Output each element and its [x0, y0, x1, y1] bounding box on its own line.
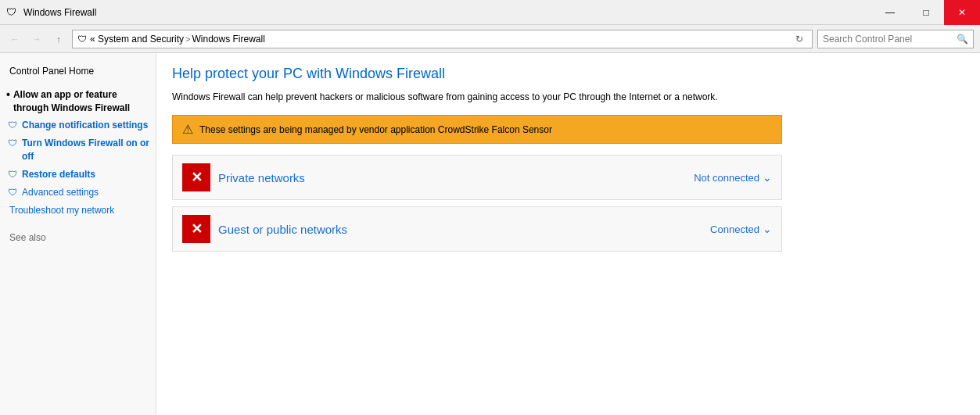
network-x-icon-0: ✕ [191, 169, 203, 186]
sidebar: Control Panel Home • Allow an app or fea… [0, 53, 156, 415]
network-name-1: Guest or public networks [218, 223, 702, 236]
warning-text: These settings are being managed by vend… [199, 124, 552, 135]
main-container: Control Panel Home • Allow an app or fea… [0, 53, 980, 415]
sidebar-change-notif[interactable]: 🛡 Change notification settings [6, 119, 149, 132]
titlebar: 🛡 Windows Firewall — □ ✕ [0, 0, 980, 25]
warning-icon: ⚠ [182, 122, 193, 137]
allow-app-bullet: • Allow an app or feature through Window… [6, 88, 149, 115]
network-x-icon-1: ✕ [191, 220, 203, 238]
network-header-1[interactable]: ✕ Guest or public networks Connected ⌄ [173, 207, 781, 251]
shield-icon-onoff: 🛡 [6, 137, 19, 149]
network-section-1[interactable]: ✕ Guest or public networks Connected ⌄ [172, 206, 782, 252]
refresh-button[interactable]: ↻ [792, 31, 807, 47]
network-status-1: Connected ⌄ [710, 223, 772, 235]
chevron-icon-0: ⌄ [763, 171, 772, 184]
window-title: Windows Firewall [23, 7, 96, 18]
network-status-0: Not connected ⌄ [694, 171, 772, 184]
restore-defaults-label: Restore defaults [22, 168, 95, 181]
search-input[interactable] [823, 34, 953, 45]
breadcrumb2: Windows Firewall [192, 34, 265, 45]
page-title: Help protect your PC with Windows Firewa… [172, 66, 964, 82]
content-area: Help protect your PC with Windows Firewa… [156, 53, 980, 415]
address-path: « System and Security > Windows Firewall [90, 34, 788, 45]
network-header-0[interactable]: ✕ Private networks Not connected ⌄ [173, 156, 781, 199]
chevron-icon-1: ⌄ [763, 223, 772, 235]
path-separator: > [185, 34, 190, 44]
search-box[interactable]: 🔍 [817, 30, 974, 48]
path-icon: 🛡 [77, 34, 87, 45]
network-red-box-0: ✕ [182, 163, 210, 191]
turn-on-off-label: Turn Windows Firewall on or off [22, 137, 149, 163]
forward-button[interactable]: → [28, 30, 45, 48]
content-description: Windows Firewall can help prevent hacker… [172, 90, 766, 104]
close-button[interactable]: ✕ [944, 0, 980, 25]
advanced-settings-label: Advanced settings [22, 186, 99, 199]
network-section-0[interactable]: ✕ Private networks Not connected ⌄ [172, 155, 782, 200]
back-button[interactable]: ← [6, 30, 23, 48]
allow-app-label: Allow an app or feature through Windows … [13, 88, 149, 115]
see-also-label: See also [6, 229, 149, 247]
sidebar-allow-app[interactable]: • Allow an app or feature through Window… [6, 88, 149, 115]
change-notif-label: Change notification settings [22, 119, 148, 132]
shield-icon-restore: 🛡 [6, 168, 19, 181]
sidebar-item-home[interactable]: Control Panel Home [6, 63, 149, 80]
network-name-0: Private networks [218, 171, 686, 184]
maximize-button[interactable]: □ [908, 0, 944, 25]
network-sections: ✕ Private networks Not connected ⌄ ✕ Gue… [172, 155, 964, 252]
addressbar: ← → ↑ 🛡 « System and Security > Windows … [0, 25, 980, 53]
search-icon: 🔍 [957, 34, 968, 45]
breadcrumb1: « System and Security [90, 34, 184, 45]
sidebar-restore-defaults[interactable]: 🛡 Restore defaults [6, 168, 149, 181]
minimize-button[interactable]: — [872, 0, 908, 25]
address-box[interactable]: 🛡 « System and Security > Windows Firewa… [72, 30, 813, 48]
sidebar-advanced-settings[interactable]: 🛡 Advanced settings [6, 186, 149, 199]
warning-banner: ⚠ These settings are being managed by ve… [172, 115, 782, 144]
network-red-box-1: ✕ [182, 215, 210, 243]
shield-icon-advanced: 🛡 [6, 186, 19, 199]
shield-icon-notif: 🛡 [6, 119, 19, 131]
bullet-icon: • [6, 88, 10, 102]
titlebar-left: 🛡 Windows Firewall [6, 6, 96, 19]
titlebar-controls: — □ ✕ [872, 0, 980, 25]
sidebar-turn-on-off[interactable]: 🛡 Turn Windows Firewall on or off [6, 137, 149, 163]
app-icon: 🛡 [6, 6, 19, 19]
sidebar-troubleshoot[interactable]: Troubleshoot my network [6, 202, 149, 220]
up-button[interactable]: ↑ [50, 30, 67, 48]
